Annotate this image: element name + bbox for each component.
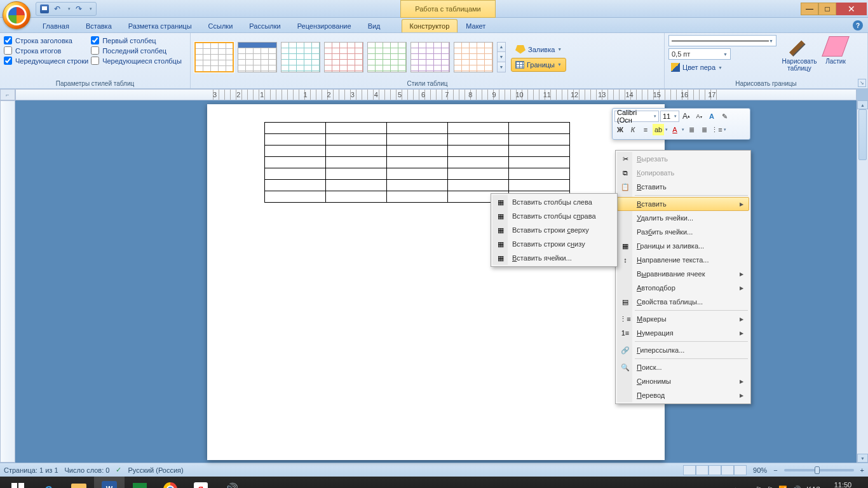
tray-volume-icon[interactable]: 🔊 bbox=[792, 485, 801, 489]
menu-item[interactable]: Разбить ячейки... bbox=[617, 225, 749, 239]
tray-flag2-icon[interactable]: ⚐ bbox=[767, 485, 773, 489]
borders-button[interactable]: Границы▼ bbox=[511, 58, 566, 72]
tab-pagelayout[interactable]: Разметка страницы bbox=[120, 19, 200, 32]
zoom-out-icon[interactable]: − bbox=[773, 466, 777, 474]
status-page[interactable]: Страница: 1 из 1 bbox=[4, 466, 58, 474]
close-button[interactable]: ✕ bbox=[836, 3, 867, 15]
gallery-down-icon[interactable]: ▼ bbox=[498, 52, 505, 62]
gallery-up-icon[interactable]: ▲ bbox=[498, 43, 505, 53]
check-header-row[interactable]: Строка заголовка bbox=[4, 36, 88, 44]
view-web[interactable] bbox=[709, 465, 721, 475]
check-banded-cols[interactable]: Чередующиеся столбцы bbox=[91, 57, 182, 65]
zoom-percent[interactable]: 90% bbox=[753, 466, 767, 474]
menu-item[interactable]: Вставить▶ bbox=[617, 197, 749, 211]
menu-item[interactable]: Синонимы▶ bbox=[617, 374, 749, 388]
taskbar-yandex[interactable]: Я bbox=[186, 477, 216, 488]
menu-item[interactable]: ↕Направление текста... bbox=[617, 253, 749, 267]
tray-up-icon[interactable]: ▲ bbox=[732, 485, 739, 488]
page[interactable] bbox=[207, 104, 665, 460]
submenu-item[interactable]: ▦Вставить ячейки... bbox=[492, 251, 616, 265]
tray-taskview-icon[interactable]: ▭ bbox=[744, 485, 750, 489]
format-painter-icon[interactable]: ✎ bbox=[719, 111, 730, 122]
tab-references[interactable]: Ссылки bbox=[200, 19, 241, 32]
dec-indent-icon[interactable]: ≣ bbox=[686, 124, 697, 135]
font-color-icon[interactable]: A bbox=[669, 124, 681, 135]
group-launcher-icon[interactable]: ↘ bbox=[858, 79, 866, 87]
taskbar-ie[interactable]: e bbox=[33, 477, 64, 488]
view-print-layout[interactable] bbox=[683, 465, 696, 475]
submenu-item[interactable]: ▦Вставить строки сверху bbox=[492, 223, 616, 237]
document-table[interactable] bbox=[264, 122, 570, 203]
menu-item[interactable]: 🔍Поиск... bbox=[617, 360, 749, 374]
vertical-scrollbar[interactable]: ▲ ▼ bbox=[857, 100, 868, 463]
tab-mailings[interactable]: Рассылки bbox=[241, 19, 288, 32]
bold-icon[interactable]: Ж bbox=[614, 124, 626, 135]
tab-view[interactable]: Вид bbox=[360, 19, 389, 32]
font-combo[interactable]: Calibri (Осн▾ bbox=[614, 111, 659, 122]
menu-item[interactable]: Выравнивание ячеек▶ bbox=[617, 267, 749, 281]
tab-insert[interactable]: Вставка bbox=[78, 19, 120, 32]
qat-customize-icon[interactable]: ▾ bbox=[90, 6, 92, 11]
tab-review[interactable]: Рецензирование bbox=[289, 19, 360, 32]
proofing-icon[interactable]: ✓ bbox=[116, 466, 121, 474]
view-draft[interactable] bbox=[734, 465, 747, 475]
horizontal-ruler[interactable]: 3211234567891011121314151617 bbox=[15, 89, 857, 100]
eraser-button[interactable]: Ластик bbox=[822, 35, 849, 66]
taskbar-volume[interactable]: 🔊 bbox=[216, 477, 247, 488]
office-button[interactable] bbox=[3, 1, 31, 29]
zoom-in-icon[interactable]: + bbox=[860, 466, 864, 474]
taskbar-store[interactable] bbox=[125, 477, 155, 488]
status-words[interactable]: Число слов: 0 bbox=[65, 466, 110, 474]
line-style-combo[interactable]: ▼ bbox=[668, 35, 776, 46]
view-reading[interactable] bbox=[696, 465, 709, 475]
help-icon[interactable]: ? bbox=[853, 20, 863, 30]
check-last-col[interactable]: Последний столбец bbox=[91, 46, 182, 55]
grow-font-icon[interactable]: A▴ bbox=[681, 111, 692, 122]
check-banded-rows[interactable]: Чередующиеся строки bbox=[4, 57, 88, 65]
undo-icon[interactable]: ↶ bbox=[54, 4, 63, 13]
zoom-slider[interactable] bbox=[784, 469, 854, 471]
gallery-more-icon[interactable]: ▼ bbox=[498, 62, 505, 72]
tab-home[interactable]: Главная bbox=[34, 19, 78, 32]
tray-network-icon[interactable]: 📶 bbox=[778, 485, 787, 489]
center-icon[interactable]: ≡ bbox=[640, 124, 651, 135]
tab-layout[interactable]: Макет bbox=[458, 19, 494, 32]
menu-item[interactable]: 📋Вставить bbox=[617, 180, 749, 194]
scroll-up-icon[interactable]: ▲ bbox=[857, 100, 868, 109]
shading-button[interactable]: Заливка▼ bbox=[511, 43, 566, 57]
menu-item[interactable]: Автоподбор▶ bbox=[617, 281, 749, 295]
ruler-corner[interactable]: ⌐ bbox=[0, 89, 15, 100]
table-style-7[interactable] bbox=[454, 42, 493, 72]
styles-icon[interactable]: A bbox=[706, 111, 717, 122]
menu-item[interactable]: ▦Границы и заливка... bbox=[617, 239, 749, 253]
line-weight-combo[interactable]: 0,5 пт▼ bbox=[668, 48, 731, 60]
minimize-button[interactable]: — bbox=[801, 3, 818, 15]
save-icon[interactable] bbox=[40, 4, 49, 13]
highlight-icon[interactable]: ab bbox=[653, 124, 664, 135]
scroll-down-icon[interactable]: ▼ bbox=[857, 454, 868, 463]
undo-dropdown-icon[interactable]: ▾ bbox=[68, 6, 71, 11]
menu-item[interactable]: ⋮≡Маркеры▶ bbox=[617, 312, 749, 326]
menu-item[interactable]: Перевод▶ bbox=[617, 388, 749, 402]
taskbar-chrome[interactable] bbox=[155, 477, 186, 488]
menu-item[interactable]: 1≡Нумерация▶ bbox=[617, 326, 749, 340]
shrink-font-icon[interactable]: A▾ bbox=[693, 111, 705, 122]
pen-color-button[interactable]: Цвет пера▼ bbox=[668, 62, 776, 73]
submenu-item[interactable]: ▦Вставить столбцы справа bbox=[492, 209, 616, 223]
check-total-row[interactable]: Строка итогов bbox=[4, 46, 88, 55]
draw-table-button[interactable]: Нарисовать таблицу bbox=[782, 35, 817, 73]
check-first-col[interactable]: Первый столбец bbox=[91, 36, 182, 44]
table-style-6[interactable] bbox=[410, 42, 450, 72]
table-style-2[interactable] bbox=[238, 42, 277, 72]
size-combo[interactable]: 11▾ bbox=[660, 111, 679, 122]
table-style-1[interactable] bbox=[194, 42, 234, 72]
scroll-thumb[interactable] bbox=[858, 109, 867, 160]
tray-clock[interactable]: 11:5025.12.2015 bbox=[825, 481, 860, 488]
table-style-5[interactable] bbox=[367, 42, 407, 72]
menu-item[interactable]: ▤Свойства таблицы... bbox=[617, 295, 749, 309]
redo-icon[interactable]: ↷ bbox=[76, 4, 85, 13]
gallery-scroll[interactable]: ▲ ▼ ▼ bbox=[497, 42, 506, 72]
status-language[interactable]: Русский (Россия) bbox=[128, 466, 183, 474]
submenu-item[interactable]: ▦Вставить столбцы слева bbox=[492, 195, 616, 209]
table-style-4[interactable] bbox=[324, 42, 363, 72]
